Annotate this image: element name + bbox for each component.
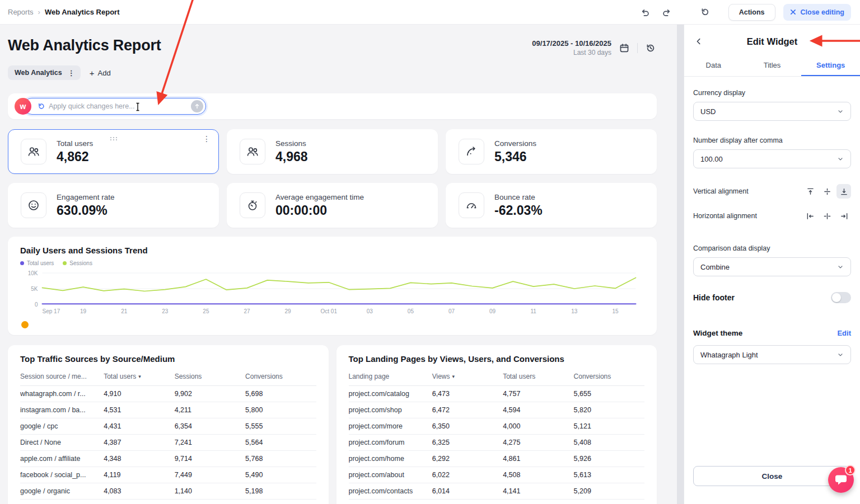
kpi-card-sessions[interactable]: Sessions 4,968 bbox=[227, 129, 438, 174]
actions-button[interactable]: Actions bbox=[728, 4, 775, 21]
tab-settings[interactable]: Settings bbox=[801, 55, 860, 76]
tab-titles[interactable]: Titles bbox=[743, 55, 802, 76]
column-header[interactable]: Landing page bbox=[349, 373, 432, 380]
table-row: project.com/about6,0224,5085,613 bbox=[349, 467, 645, 483]
table-cell: 5,800 bbox=[245, 406, 316, 414]
kpi-card-bounce-rate[interactable]: Bounce rate -62.03% bbox=[446, 183, 657, 228]
traffic-sources-table-widget[interactable]: Top Traffic Sources by Source/Medium Ses… bbox=[8, 345, 329, 504]
table-cell: 4,348 bbox=[104, 455, 174, 463]
back-button[interactable] bbox=[692, 35, 705, 48]
align-top-icon[interactable] bbox=[803, 184, 817, 199]
table-cell: 5,209 bbox=[574, 487, 644, 495]
submit-quick-change-button[interactable] bbox=[191, 100, 203, 112]
chart-title: Daily Users and Sessions Trend bbox=[20, 246, 644, 255]
undo-icon[interactable] bbox=[638, 5, 652, 20]
breadcrumb-reports[interactable]: Reports bbox=[8, 8, 34, 16]
kpi-value: 00:00:00 bbox=[275, 203, 364, 218]
table-header-row: Landing page Views▾ Total users Conversi… bbox=[349, 370, 645, 386]
table-cell: 6,350 bbox=[432, 422, 503, 430]
sort-desc-icon[interactable]: ▾ bbox=[452, 374, 455, 379]
table-cell: 9,714 bbox=[175, 455, 245, 463]
table-cell: project.com/forum bbox=[349, 439, 432, 446]
table-title: Top Traffic Sources by Source/Medium bbox=[20, 354, 316, 364]
breadcrumb-current: Web Analytics Report bbox=[45, 8, 120, 16]
kebab-menu-icon[interactable]: ⋮ bbox=[66, 69, 77, 77]
widget-theme-edit-link[interactable]: Edit bbox=[837, 329, 851, 337]
landing-pages-table-widget[interactable]: Top Landing Pages by Views, Users, and C… bbox=[336, 345, 657, 504]
hide-footer-toggle[interactable] bbox=[831, 292, 851, 303]
regenerate-icon[interactable] bbox=[698, 5, 713, 20]
breadcrumb-separator: › bbox=[38, 8, 40, 16]
table-cell: 4,910 bbox=[104, 390, 174, 398]
table-row: project.com/forum6,3254,2755,408 bbox=[349, 435, 645, 451]
plus-icon: + bbox=[90, 69, 95, 77]
svg-text:07: 07 bbox=[448, 308, 455, 314]
chevron-down-icon bbox=[837, 156, 844, 162]
currency-select[interactable]: USD bbox=[693, 102, 851, 121]
table-cell: facebook / social_p... bbox=[20, 471, 104, 479]
svg-text:03: 03 bbox=[367, 308, 373, 314]
widget-theme-label: Widget theme bbox=[693, 329, 742, 337]
page-title: Web Analytics Report bbox=[8, 37, 161, 54]
legend-dot bbox=[63, 261, 67, 265]
table-cell: 6,292 bbox=[432, 455, 503, 463]
column-header[interactable]: Session source / me... bbox=[20, 373, 104, 380]
kebab-menu-icon[interactable]: ⋮ bbox=[203, 134, 211, 143]
trend-chart-widget[interactable]: Daily Users and Sessions Trend Total use… bbox=[8, 237, 657, 335]
chat-launcher-button[interactable]: 1 bbox=[828, 467, 854, 493]
source-tab-web-analytics[interactable]: Web Analytics ⋮ bbox=[8, 65, 81, 80]
align-left-icon[interactable] bbox=[803, 209, 817, 223]
drag-handle-icon[interactable] bbox=[109, 133, 118, 143]
kpi-card-conversions[interactable]: Conversions 5,346 bbox=[446, 129, 657, 174]
sort-desc-icon[interactable]: ▾ bbox=[138, 374, 141, 379]
refresh-history-icon[interactable] bbox=[644, 42, 657, 54]
kpi-value: 630.09% bbox=[57, 203, 115, 218]
close-editing-button[interactable]: Close editing bbox=[783, 4, 851, 21]
table-cell: 6,014 bbox=[432, 487, 503, 495]
comparison-select[interactable]: Combine bbox=[693, 257, 851, 276]
table-cell: 5,555 bbox=[245, 422, 316, 430]
kpi-value: 4,968 bbox=[275, 149, 308, 164]
decimals-select[interactable]: 100.00 bbox=[693, 149, 851, 168]
quick-changes-input[interactable] bbox=[49, 102, 188, 110]
kpi-card-engagement-rate[interactable]: Engagement rate 630.09% bbox=[8, 183, 219, 228]
svg-text:29: 29 bbox=[285, 308, 292, 314]
column-header[interactable]: Total users bbox=[503, 373, 573, 380]
column-header[interactable]: Sessions bbox=[175, 373, 245, 380]
close-icon bbox=[790, 9, 796, 15]
panel-close-button[interactable]: Close bbox=[693, 466, 851, 486]
calendar-icon[interactable] bbox=[618, 42, 630, 54]
column-header-sorted[interactable]: Views▾ bbox=[432, 373, 503, 380]
column-header[interactable]: Conversions bbox=[245, 373, 316, 380]
kpi-card-total-users[interactable]: ⋮ Total users 4,862 bbox=[8, 129, 219, 174]
horizontal-alignment-label: Horizontal alignment bbox=[693, 212, 757, 220]
widget-theme-select[interactable]: Whatagraph Light bbox=[693, 345, 851, 364]
table-row: project.com/shop6,4724,5945,820 bbox=[349, 402, 645, 418]
add-source-button[interactable]: + Add bbox=[90, 69, 111, 77]
kpi-label: Sessions bbox=[275, 139, 308, 148]
kpi-card-avg-engagement-time[interactable]: Average engagement time 00:00:00 bbox=[227, 183, 438, 228]
table-cell: 5,698 bbox=[245, 390, 316, 398]
align-bottom-icon[interactable] bbox=[836, 184, 851, 199]
align-middle-vertical-icon[interactable] bbox=[820, 184, 834, 199]
date-range-display[interactable]: 09/17/2025 - 10/16/2025 Last 30 days bbox=[532, 39, 611, 56]
column-header-sorted[interactable]: Total users▾ bbox=[104, 373, 174, 380]
redo-icon[interactable] bbox=[660, 5, 675, 20]
svg-text:0: 0 bbox=[35, 302, 38, 308]
column-header[interactable]: Conversions bbox=[574, 373, 644, 380]
table-cell: 9,902 bbox=[175, 390, 245, 398]
divider bbox=[637, 43, 638, 53]
close-editing-label: Close editing bbox=[801, 8, 844, 16]
table-cell: 4,531 bbox=[104, 406, 174, 414]
chart-legend: Total users Sessions bbox=[20, 260, 644, 266]
table-cell: google / cpc bbox=[20, 422, 104, 430]
align-right-icon[interactable] bbox=[836, 209, 851, 223]
svg-text:27: 27 bbox=[244, 308, 250, 314]
align-center-horizontal-icon[interactable] bbox=[820, 209, 834, 223]
tab-data[interactable]: Data bbox=[684, 55, 743, 76]
table-cell: 4,141 bbox=[503, 487, 573, 495]
vertical-alignment-label: Vertical alignment bbox=[693, 187, 749, 195]
chevron-down-icon bbox=[837, 351, 844, 358]
legend-sessions: Sessions bbox=[63, 260, 92, 266]
kpi-grid: ⋮ Total users 4,862 Sessions 4,968 bbox=[8, 129, 657, 228]
